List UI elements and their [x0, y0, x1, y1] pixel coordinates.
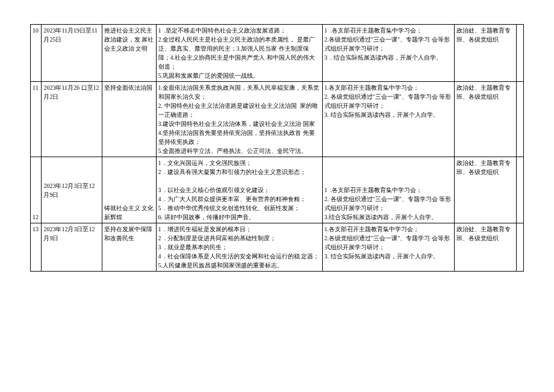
- table-row: 13 2023年12月3日至12月9日 坚持在发展中保障和改善民生 1 . 增进…: [31, 223, 524, 272]
- cell-index: 10: [31, 25, 42, 82]
- cell-empty: [516, 157, 523, 223]
- cell-index: 12: [31, 157, 42, 223]
- cell-content: 1 .坚定不移走中国特色社会主义政治发展道路； 2.全过程人民民主是社会主义民主…: [156, 25, 322, 82]
- cell-date: 2023年12月3日至12月9日: [42, 223, 102, 272]
- cell-org: 政治处、主题教育专班、各级党组织: [455, 157, 516, 223]
- cell-method: 1 .各支部召开主题教育集中学习会； 2.各级党组织通过"三会一课"、专题学习 …: [322, 25, 455, 82]
- table-row: 12 2023年12月3日至12月9日 铸就社会主义 文化新辉煌 1 . 文化兴…: [31, 157, 524, 223]
- cell-content: 1 . 文化兴国运兴，文化强民族强； 2 . 建设具有强大凝聚力和引领力的社会主…: [156, 157, 322, 223]
- cell-date: 2023年12月3日至12月9日: [42, 157, 102, 223]
- schedule-table: 10 2023年11月19日至11月25日 推进社会主义民主政治建设，发 展社会…: [30, 24, 524, 272]
- cell-org: 政治处、主题教育专班、各级党组织: [455, 82, 516, 157]
- cell-content: 1.全面依法治国关系党执政兴国，关系人民幸福安康，关系党和国家长治久安； 2. …: [156, 82, 322, 157]
- cell-topic: 坚持全面依法治国: [102, 82, 156, 157]
- cell-index: 13: [31, 223, 42, 272]
- table-row: 11 2023年11月26 口至12月2日 坚持全面依法治国 1.全面依法治国关…: [31, 82, 524, 157]
- cell-topic: 铸就社会主义 文化新辉煌: [102, 157, 156, 223]
- cell-date: 2023年11月19日至11月25日: [42, 25, 102, 82]
- cell-method: 1.各支部召开主题教育集中学习会； 2. 各级党组织通过"三会一课"、专题学习会…: [322, 82, 455, 157]
- cell-empty: [516, 223, 523, 272]
- cell-org: 政治处、主题教育专班、各级党组织: [455, 25, 516, 82]
- cell-topic: 坚持在发展中保障和改善民生: [102, 223, 156, 272]
- cell-topic: 推进社会主义民主政治建设，发 展社会主义政治 文明: [102, 25, 156, 82]
- table-row: 10 2023年11月19日至11月25日 推进社会主义民主政治建设，发 展社会…: [31, 25, 524, 82]
- cell-content: 1 . 增进民生福祉是发展的根本目； 2 . 分配制度是促进共同富裕的基础性制度…: [156, 223, 322, 272]
- cell-method: 1 .各支部召开主题教育集中学习会； 2. 各级党组织通过"三会一课"、专题学习…: [322, 157, 455, 223]
- cell-empty: [516, 82, 523, 157]
- cell-empty: [516, 25, 523, 82]
- cell-date: 2023年11月26 口至12月2日: [42, 82, 102, 157]
- cell-index: 11: [31, 82, 42, 157]
- cell-org: 政治处、主题教育专班、各级党组织: [455, 223, 516, 272]
- document-page: 10 2023年11月19日至11月25日 推进社会主义民主政治建设，发 展社会…: [0, 0, 554, 392]
- cell-method: 1.各支部召开主题教育集中学习会； 2.各级党组织通过"三会一课"、专题学习 会…: [322, 223, 455, 272]
